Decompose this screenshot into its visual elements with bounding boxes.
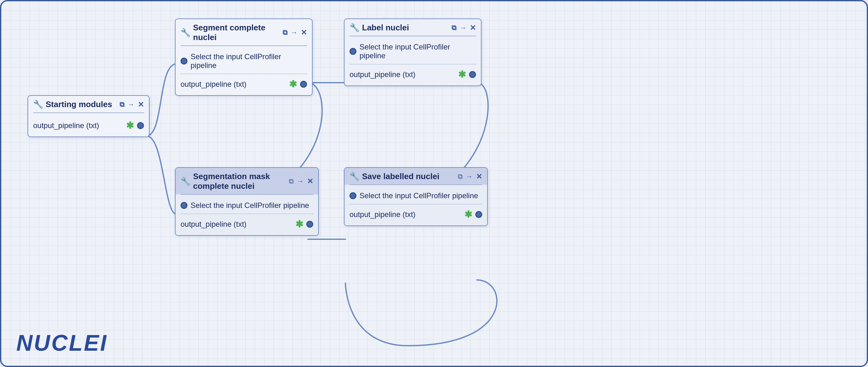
output-port[interactable] [475,211,482,218]
arrow-icon[interactable]: → [291,28,298,37]
wrench-icon: 🔧 [181,177,191,186]
asterisk-icon: ✱ [126,120,134,131]
arrow-icon[interactable]: → [297,177,304,186]
input-port[interactable] [349,192,356,199]
wrench-icon: 🔧 [349,23,360,33]
output-port[interactable] [137,122,144,129]
wrench-icon: 🔧 [33,100,43,109]
workflow-canvas: 🔧 Starting modules ⧉ → ✕ output_pipeline… [0,0,868,367]
node-title-starting-modules: Starting modules [46,100,112,109]
node-header-segmask: 🔧 Segmentation mask complete nuclei ⧉ → … [176,168,318,194]
node-starting-modules: 🔧 Starting modules ⧉ → ✕ output_pipeline… [28,95,150,137]
input-row: Select the input CellProfiler pipeline [349,190,482,202]
output-label: output_pipeline (txt) [349,210,415,219]
output-label: output_pipeline (txt) [181,220,247,229]
input-port[interactable] [181,58,187,64]
close-icon[interactable]: ✕ [476,172,482,181]
output-port[interactable] [306,221,313,228]
output-row: output_pipeline (txt) ✱ [33,117,144,132]
input-label: Select the input CellProfiler pipeline [360,43,476,60]
asterisk-icon: ✱ [458,69,466,80]
input-label: Select the input CellProfiler pipeline [360,191,478,200]
node-save-labelled-nuclei: 🔧 Save labelled nuclei ⧉ → ✕ Select the … [344,167,488,226]
close-icon[interactable]: ✕ [470,24,476,32]
output-port[interactable] [469,71,476,78]
node-header-label: 🔧 Label nuclei ⧉ → ✕ [344,19,481,36]
node-segment-complete-nuclei: 🔧 Segment complete nuclei ⧉ → ✕ Select t… [175,19,313,96]
node-title-segmask: Segmentation mask complete nuclei [193,172,289,191]
input-label: Select the input CellProfiler pipeline [191,52,307,70]
close-icon[interactable]: ✕ [307,177,313,186]
node-segmentation-mask: 🔧 Segmentation mask complete nuclei ⧉ → … [175,167,319,236]
output-label: output_pipeline (txt) [349,70,415,79]
close-icon[interactable]: ✕ [138,100,144,109]
output-row: output_pipeline (txt) ✱ [349,206,482,221]
copy-icon[interactable]: ⧉ [289,177,294,186]
input-row: Select the input CellProfiler pipeline [181,50,307,72]
arrow-icon[interactable]: → [466,173,473,181]
arrow-icon[interactable]: → [128,101,134,109]
output-label: output_pipeline (txt) [33,121,99,130]
input-port[interactable] [181,202,187,209]
input-row: Select the input CellProfiler pipeline [349,41,476,62]
input-label: Select the input CellProfiler pipeline [191,201,309,210]
output-port[interactable] [300,81,307,88]
output-row: output_pipeline (txt) ✱ [181,216,313,231]
asterisk-icon: ✱ [296,219,303,229]
node-title-segment: Segment complete nuclei [193,23,283,42]
node-title-label: Label nuclei [362,23,409,33]
asterisk-icon: ✱ [289,79,297,90]
output-label: output_pipeline (txt) [181,80,247,89]
copy-icon[interactable]: ⧉ [283,28,287,37]
wrench-icon: 🔧 [181,28,191,37]
output-row: output_pipeline (txt) ✱ [349,66,476,81]
input-row: Select the input CellProfiler pipeline [181,199,313,212]
watermark-label: NUCLEI [16,330,107,356]
copy-icon[interactable]: ⧉ [458,173,463,181]
node-header-save: 🔧 Save labelled nuclei ⧉ → ✕ [344,168,487,185]
copy-icon[interactable]: ⧉ [452,24,457,32]
node-title-save: Save labelled nuclei [362,172,439,181]
input-port[interactable] [349,48,356,55]
copy-icon[interactable]: ⧉ [120,101,125,109]
close-icon[interactable]: ✕ [301,28,307,37]
node-header-segment: 🔧 Segment complete nuclei ⧉ → ✕ [176,19,312,46]
wrench-icon: 🔧 [349,172,360,181]
node-label-nuclei: 🔧 Label nuclei ⧉ → ✕ Select the input Ce… [344,19,482,86]
arrow-icon[interactable]: → [460,24,467,32]
asterisk-icon: ✱ [464,209,472,220]
output-row: output_pipeline (txt) ✱ [181,76,307,91]
node-header-starting-modules: 🔧 Starting modules ⧉ → ✕ [28,96,149,112]
